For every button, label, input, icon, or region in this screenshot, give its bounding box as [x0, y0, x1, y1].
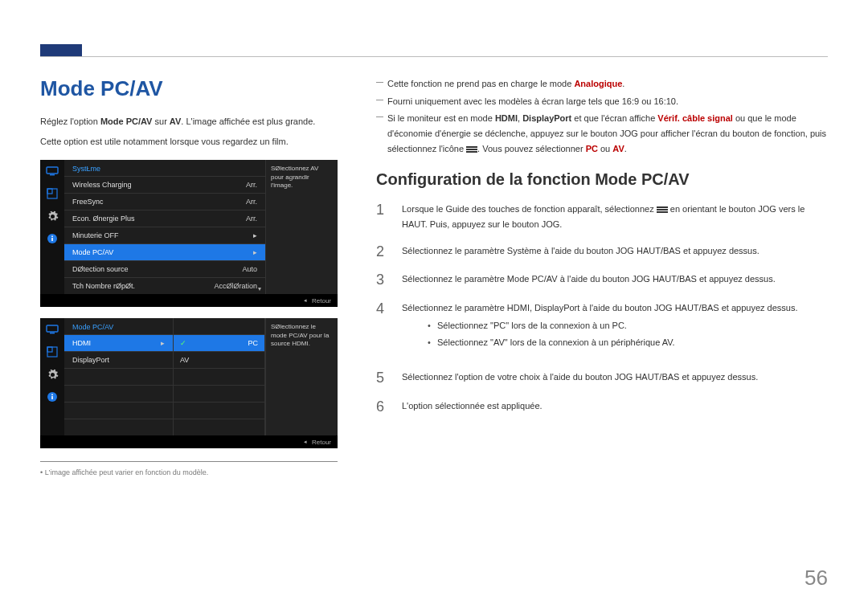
osd-empty-row: [174, 419, 264, 435]
text: ou: [598, 144, 612, 153]
osd-menu-row: Tch Nombre rØpØt.AccØlØration: [64, 277, 265, 294]
text: DisplayPort: [522, 113, 571, 123]
text: Mode PC/AV: [507, 274, 558, 284]
text: Analogique: [574, 79, 622, 88]
check-icon: ✓: [180, 339, 186, 347]
text: Système: [507, 246, 542, 255]
info-icon: [46, 232, 59, 245]
text: . Vous pouvez sélectionner: [477, 144, 586, 153]
svg-rect-12: [51, 396, 53, 399]
text: HDMI: [495, 113, 518, 123]
text: sur: [152, 116, 169, 126]
picture-icon: [46, 187, 59, 200]
osd-row-label: FreeSync: [72, 198, 104, 206]
step-item: Sélectionnez l'option de votre choix à l…: [376, 370, 828, 387]
osd-screenshot-2: Mode PC/AV HDMI▸DisplayPort ✓PCAV SØlect…: [40, 318, 338, 448]
nav-down-icon: ▾: [258, 285, 261, 292]
text: AV: [493, 337, 505, 347]
osd-return-label: Retour: [312, 297, 331, 304]
gear-icon: [46, 368, 59, 381]
svg-rect-13: [51, 394, 53, 396]
osd-submenu: ✓PCAV: [173, 318, 265, 435]
osd-row-label: PC: [248, 339, 258, 347]
text: .: [622, 79, 624, 88]
step-body: Sélectionnez le paramètre Système à l'ai…: [402, 243, 828, 261]
osd-footer: ◂ Retour: [40, 294, 338, 307]
accent-bar: [40, 44, 82, 56]
osd-empty-row: [174, 385, 264, 402]
step-body: Sélectionnez le paramètre Mode PC/AV à l…: [402, 272, 828, 289]
osd-submenu-row: AV: [174, 351, 264, 368]
osd-menu-row: DØtection sourceAuto: [64, 260, 265, 277]
svg-rect-3: [47, 189, 52, 194]
svg-rect-10: [47, 347, 52, 352]
text: Sélectionnez l'option de votre choix à l…: [402, 372, 758, 382]
text: DisplayPort: [534, 303, 579, 313]
step-item: L'option sélectionnée est appliquée.: [376, 398, 828, 416]
text: PC: [493, 321, 506, 330]
osd-menu-row: Wireless ChargingArr.: [64, 176, 265, 193]
osd-row-value: ▸: [253, 248, 257, 256]
sub-bullet: Sélectionnez "AV" lors de la connexion à…: [428, 334, 828, 351]
svg-rect-8: [50, 333, 55, 333]
footnote-rule: [40, 461, 338, 462]
osd-empty-row: [64, 402, 173, 419]
note-item: Cette fonction ne prend pas en charge le…: [376, 76, 828, 92]
text: " lors de la connexion à un périphérique…: [505, 337, 675, 347]
text: . L'image affichée est plus grande.: [181, 116, 315, 126]
osd-empty-row: [64, 385, 173, 402]
text: AV: [612, 144, 624, 153]
text: " lors de la connexion à un PC.: [506, 321, 627, 330]
osd-menu-row: Econ. Ønergie PlusArr.: [64, 210, 265, 227]
note-item: Si le moniteur est en mode HDMI, Display…: [376, 111, 828, 156]
text: Sélectionnez ": [437, 321, 493, 330]
osd-row-label: AV: [180, 356, 189, 364]
osd-empty-row: [64, 419, 173, 435]
osd-menu-row: HDMI▸: [64, 334, 173, 351]
osd-footer: ◂ Retour: [40, 435, 338, 448]
text: à l'aide du bouton JOG HAUT/BAS et appuy…: [542, 246, 760, 255]
monitor-icon: [46, 165, 59, 178]
text: Cette fonction ne prend pas en charge le…: [387, 79, 574, 88]
osd-menu: Mode PC/AV HDMI▸DisplayPort ✓PCAV: [64, 318, 265, 435]
footnote-text: L'image affichée peut varier en fonction…: [45, 468, 209, 476]
osd-row-label: Tch Nombre rØpØt.: [72, 282, 135, 290]
svg-rect-7: [47, 325, 58, 332]
osd-row-label: Mode PC/AV: [72, 248, 113, 256]
osd-row-label: Minuterie OFF: [72, 231, 119, 239]
section-subtitle: Configuration de la fonction Mode PC/AV: [376, 170, 828, 189]
step-body: Sélectionnez l'option de votre choix à l…: [402, 370, 828, 387]
osd-menu-row: DisplayPort: [64, 351, 173, 368]
sub-bullet-list: Sélectionnez "PC" lors de la connexion à…: [428, 317, 828, 351]
osd-sidebar: [40, 318, 64, 435]
sub-bullet: Sélectionnez "PC" lors de la connexion à…: [428, 317, 828, 334]
gear-icon: [46, 210, 59, 223]
top-rule: [40, 56, 828, 57]
text-bold: Mode PC/AV: [100, 116, 153, 126]
osd-empty-row: [174, 402, 264, 419]
svg-rect-1: [50, 174, 55, 175]
right-column: Cette fonction ne prend pas en charge le…: [376, 76, 828, 476]
step-item: Lorsque le Guide des touches de fonction…: [376, 202, 828, 231]
osd-menu-row: FreeSyncArr.: [64, 193, 265, 210]
osd-menu-header: Mode PC/AV: [64, 318, 173, 334]
svg-rect-5: [51, 238, 53, 241]
osd-help-text: SØlectionnez le mode PC/AV pour la sourc…: [265, 318, 338, 435]
osd-row-value: Auto: [242, 265, 257, 273]
osd-empty-row: [64, 368, 173, 385]
osd-row-value: Arr.: [246, 215, 257, 223]
monitor-icon: [46, 323, 59, 336]
text: L'option sélectionnée est appliquée.: [402, 401, 542, 411]
osd-menu-row: Minuterie OFF▸: [64, 227, 265, 243]
menu-icon: [466, 146, 477, 153]
intro-line-1: Réglez l'option Mode PC/AV sur AV. L'ima…: [40, 114, 346, 129]
text: HDMI: [507, 303, 530, 313]
steps-list: Lorsque le Guide des touches de fonction…: [376, 202, 828, 415]
text: à l'aide du bouton JOG HAUT/BAS et appuy…: [579, 303, 797, 313]
osd-row-value: AccØlØration: [214, 282, 257, 290]
osd-menu-header: SystŁme: [64, 160, 265, 176]
page-content: Mode PC/AV Réglez l'option Mode PC/AV su…: [40, 76, 828, 476]
osd-row-label: Wireless Charging: [72, 181, 132, 189]
osd-submenu-row: ✓PC: [174, 334, 264, 351]
text-bold: AV: [170, 116, 181, 126]
